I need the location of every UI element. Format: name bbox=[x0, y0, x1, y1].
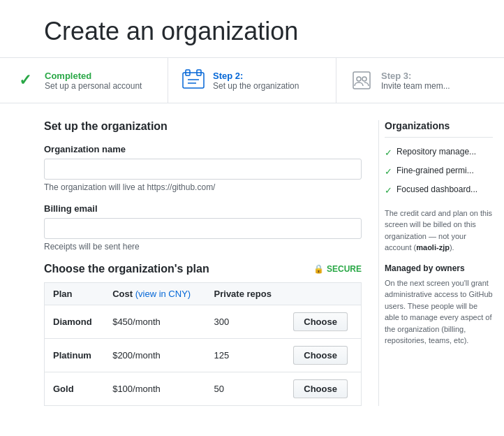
step-1-icon: ✓ bbox=[14, 69, 36, 92]
org-name-input[interactable] bbox=[44, 159, 362, 180]
plan-name-2: Gold bbox=[45, 372, 105, 406]
lock-icon: 🔒 bbox=[313, 264, 324, 274]
secure-badge: 🔒 SECURE bbox=[313, 264, 362, 274]
plan-action-2: Choose bbox=[285, 372, 361, 406]
sidebar-title: Organizations bbox=[385, 120, 493, 138]
step-2-icon bbox=[182, 69, 205, 92]
sidebar-feature-2: ✓Focused dashboard... bbox=[385, 184, 493, 197]
col-plan: Plan bbox=[45, 283, 105, 305]
step-1-desc: Set up a personal account bbox=[45, 81, 142, 91]
col-cost: Cost (view in CNY) bbox=[104, 283, 205, 305]
feature-check-icon: ✓ bbox=[385, 166, 392, 178]
main-content: Set up the organization Organization nam… bbox=[0, 120, 378, 406]
page-wrapper: Create an organization ✓ Completed Set u… bbox=[0, 0, 504, 406]
table-row: Diamond $450/month 300 Choose bbox=[45, 305, 362, 339]
plan-name-1: Platinum bbox=[45, 339, 105, 372]
table-row: Platinum $200/month 125 Choose bbox=[45, 339, 362, 372]
svg-point-6 bbox=[357, 77, 361, 81]
sidebar-feature-0: ✓Repository manage... bbox=[385, 146, 493, 159]
billing-email-hint: Receipts will be sent here bbox=[44, 242, 362, 252]
org-name-label: Organization name bbox=[44, 144, 362, 154]
plan-section-title: Choose the organization's plan bbox=[44, 263, 209, 275]
secure-label: SECURE bbox=[327, 264, 362, 274]
step-3: Step 3: Invite team mem... bbox=[336, 58, 504, 103]
svg-point-7 bbox=[362, 77, 366, 81]
plan-repos-2: 50 bbox=[206, 372, 286, 406]
page-header: Create an organization bbox=[0, 0, 504, 57]
org-name-field: Organization name The organization will … bbox=[44, 144, 362, 192]
username: maoli-zjp bbox=[416, 243, 450, 252]
col-private-repos: Private repos bbox=[206, 283, 286, 305]
billing-email-label: Billing email bbox=[44, 203, 362, 214]
table-header-row: Plan Cost (view in CNY) Private repos bbox=[45, 283, 362, 305]
sidebar-managed-text: On the next screen you'll grant administ… bbox=[385, 277, 493, 347]
step-3-status: Step 3: bbox=[381, 71, 450, 81]
step-1-status: Completed bbox=[45, 71, 142, 81]
plan-cost-0: $450/month bbox=[104, 305, 205, 339]
feature-check-icon: ✓ bbox=[385, 184, 392, 197]
plan-table: Plan Cost (view in CNY) Private repos Di… bbox=[44, 282, 362, 406]
sidebar-feature-1: ✓Fine-grained permi... bbox=[385, 165, 493, 178]
step-2-text: Step 2: Set up the organization bbox=[213, 71, 299, 91]
step-3-desc: Invite team mem... bbox=[381, 81, 450, 91]
billing-email-field: Billing email Receipts will be sent here bbox=[44, 203, 362, 252]
col-action bbox=[285, 283, 361, 305]
choose-button-2[interactable]: Choose bbox=[293, 379, 348, 398]
step-2-desc: Set up the organization bbox=[213, 81, 299, 91]
content-area: Set up the organization Organization nam… bbox=[0, 103, 504, 406]
step-3-text: Step 3: Invite team mem... bbox=[381, 71, 450, 91]
plan-cost-1: $200/month bbox=[104, 339, 205, 372]
plan-repos-0: 300 bbox=[206, 305, 286, 339]
step-3-icon bbox=[350, 69, 373, 92]
plan-section-header: Choose the organization's plan 🔒 SECURE bbox=[44, 263, 362, 275]
sidebar-description: The credit card and plan on this screen … bbox=[385, 208, 493, 254]
step-1-text: Completed Set up a personal account bbox=[45, 71, 142, 91]
choose-button-0[interactable]: Choose bbox=[293, 312, 348, 331]
sidebar-managed-title: Managed by owners bbox=[385, 263, 493, 273]
choose-button-1[interactable]: Choose bbox=[293, 346, 348, 365]
steps-bar: ✓ Completed Set up a personal account St… bbox=[0, 57, 504, 103]
feature-check-icon: ✓ bbox=[385, 147, 392, 159]
step-1: ✓ Completed Set up a personal account bbox=[0, 58, 168, 103]
sidebar-feature-list: ✓Repository manage...✓Fine-grained permi… bbox=[385, 146, 493, 198]
org-name-hint: The organization will live at https://gi… bbox=[44, 182, 362, 192]
page-title: Create an organization bbox=[44, 17, 460, 46]
billing-email-input[interactable] bbox=[44, 218, 362, 239]
plan-action-0: Choose bbox=[285, 305, 361, 339]
plan-name-0: Diamond bbox=[45, 305, 105, 339]
checkmark-icon: ✓ bbox=[19, 71, 31, 89]
plan-repos-1: 125 bbox=[206, 339, 286, 372]
setup-section-title: Set up the organization bbox=[44, 120, 362, 133]
step-2-status: Step 2: bbox=[213, 71, 299, 81]
view-cny-link[interactable]: (view in CNY) bbox=[135, 289, 191, 299]
table-row: Gold $100/month 50 Choose bbox=[45, 372, 362, 406]
plan-action-1: Choose bbox=[285, 339, 361, 372]
plan-cost-2: $100/month bbox=[104, 372, 205, 406]
sidebar: Organizations ✓Repository manage...✓Fine… bbox=[378, 120, 504, 406]
step-2: Step 2: Set up the organization bbox=[168, 58, 336, 103]
svg-rect-5 bbox=[353, 72, 370, 89]
